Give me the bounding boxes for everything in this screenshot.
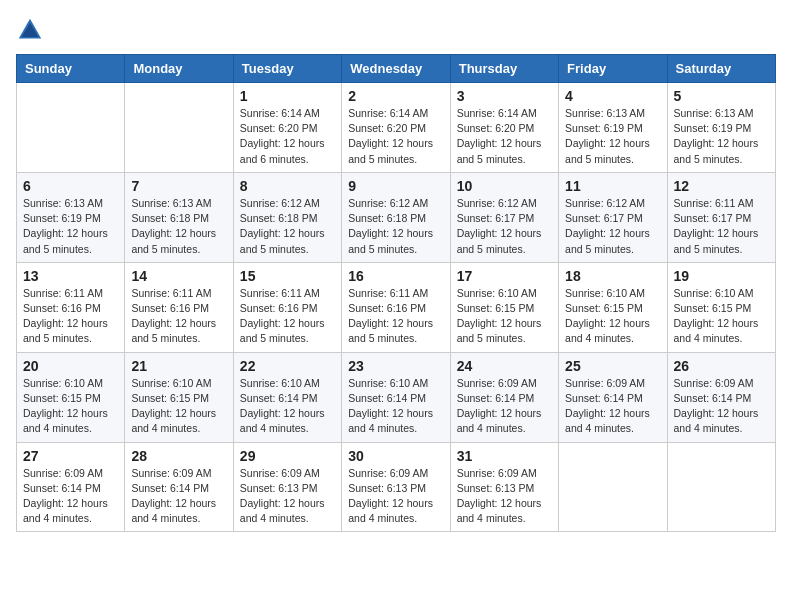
day-number: 28 — [131, 448, 226, 464]
day-number: 3 — [457, 88, 552, 104]
day-info: Sunrise: 6:10 AM Sunset: 6:15 PM Dayligh… — [23, 376, 118, 437]
day-number: 11 — [565, 178, 660, 194]
calendar-week-3: 13Sunrise: 6:11 AM Sunset: 6:16 PM Dayli… — [17, 262, 776, 352]
day-info: Sunrise: 6:10 AM Sunset: 6:14 PM Dayligh… — [348, 376, 443, 437]
calendar-cell: 30Sunrise: 6:09 AM Sunset: 6:13 PM Dayli… — [342, 442, 450, 532]
day-number: 29 — [240, 448, 335, 464]
day-number: 21 — [131, 358, 226, 374]
day-info: Sunrise: 6:11 AM Sunset: 6:16 PM Dayligh… — [348, 286, 443, 347]
calendar-cell: 24Sunrise: 6:09 AM Sunset: 6:14 PM Dayli… — [450, 352, 558, 442]
day-info: Sunrise: 6:10 AM Sunset: 6:15 PM Dayligh… — [131, 376, 226, 437]
calendar-cell: 25Sunrise: 6:09 AM Sunset: 6:14 PM Dayli… — [559, 352, 667, 442]
calendar-cell: 26Sunrise: 6:09 AM Sunset: 6:14 PM Dayli… — [667, 352, 775, 442]
calendar-week-2: 6Sunrise: 6:13 AM Sunset: 6:19 PM Daylig… — [17, 172, 776, 262]
day-number: 4 — [565, 88, 660, 104]
calendar-header-friday: Friday — [559, 55, 667, 83]
day-number: 31 — [457, 448, 552, 464]
day-info: Sunrise: 6:14 AM Sunset: 6:20 PM Dayligh… — [457, 106, 552, 167]
day-info: Sunrise: 6:10 AM Sunset: 6:15 PM Dayligh… — [674, 286, 769, 347]
day-number: 18 — [565, 268, 660, 284]
calendar-cell: 17Sunrise: 6:10 AM Sunset: 6:15 PM Dayli… — [450, 262, 558, 352]
day-number: 12 — [674, 178, 769, 194]
day-info: Sunrise: 6:09 AM Sunset: 6:14 PM Dayligh… — [457, 376, 552, 437]
day-number: 27 — [23, 448, 118, 464]
calendar-cell: 21Sunrise: 6:10 AM Sunset: 6:15 PM Dayli… — [125, 352, 233, 442]
calendar-cell: 8Sunrise: 6:12 AM Sunset: 6:18 PM Daylig… — [233, 172, 341, 262]
calendar-cell: 15Sunrise: 6:11 AM Sunset: 6:16 PM Dayli… — [233, 262, 341, 352]
day-number: 25 — [565, 358, 660, 374]
calendar-cell: 20Sunrise: 6:10 AM Sunset: 6:15 PM Dayli… — [17, 352, 125, 442]
calendar-cell: 6Sunrise: 6:13 AM Sunset: 6:19 PM Daylig… — [17, 172, 125, 262]
calendar-header-sunday: Sunday — [17, 55, 125, 83]
day-info: Sunrise: 6:12 AM Sunset: 6:18 PM Dayligh… — [240, 196, 335, 257]
calendar-header-wednesday: Wednesday — [342, 55, 450, 83]
day-number: 23 — [348, 358, 443, 374]
calendar-cell: 1Sunrise: 6:14 AM Sunset: 6:20 PM Daylig… — [233, 83, 341, 173]
day-info: Sunrise: 6:11 AM Sunset: 6:17 PM Dayligh… — [674, 196, 769, 257]
day-number: 16 — [348, 268, 443, 284]
day-number: 2 — [348, 88, 443, 104]
calendar-cell: 13Sunrise: 6:11 AM Sunset: 6:16 PM Dayli… — [17, 262, 125, 352]
day-number: 13 — [23, 268, 118, 284]
calendar-cell: 3Sunrise: 6:14 AM Sunset: 6:20 PM Daylig… — [450, 83, 558, 173]
day-info: Sunrise: 6:13 AM Sunset: 6:18 PM Dayligh… — [131, 196, 226, 257]
day-info: Sunrise: 6:09 AM Sunset: 6:14 PM Dayligh… — [674, 376, 769, 437]
day-info: Sunrise: 6:14 AM Sunset: 6:20 PM Dayligh… — [240, 106, 335, 167]
calendar-cell — [667, 442, 775, 532]
calendar-cell: 5Sunrise: 6:13 AM Sunset: 6:19 PM Daylig… — [667, 83, 775, 173]
calendar-week-5: 27Sunrise: 6:09 AM Sunset: 6:14 PM Dayli… — [17, 442, 776, 532]
day-info: Sunrise: 6:14 AM Sunset: 6:20 PM Dayligh… — [348, 106, 443, 167]
day-number: 9 — [348, 178, 443, 194]
day-info: Sunrise: 6:11 AM Sunset: 6:16 PM Dayligh… — [23, 286, 118, 347]
calendar-cell — [559, 442, 667, 532]
calendar: SundayMondayTuesdayWednesdayThursdayFrid… — [16, 54, 776, 532]
calendar-header-thursday: Thursday — [450, 55, 558, 83]
calendar-cell: 2Sunrise: 6:14 AM Sunset: 6:20 PM Daylig… — [342, 83, 450, 173]
calendar-cell: 14Sunrise: 6:11 AM Sunset: 6:16 PM Dayli… — [125, 262, 233, 352]
calendar-cell: 4Sunrise: 6:13 AM Sunset: 6:19 PM Daylig… — [559, 83, 667, 173]
day-number: 8 — [240, 178, 335, 194]
calendar-cell — [125, 83, 233, 173]
day-info: Sunrise: 6:13 AM Sunset: 6:19 PM Dayligh… — [565, 106, 660, 167]
day-number: 22 — [240, 358, 335, 374]
day-info: Sunrise: 6:09 AM Sunset: 6:14 PM Dayligh… — [131, 466, 226, 527]
day-number: 17 — [457, 268, 552, 284]
day-info: Sunrise: 6:12 AM Sunset: 6:17 PM Dayligh… — [457, 196, 552, 257]
day-info: Sunrise: 6:13 AM Sunset: 6:19 PM Dayligh… — [674, 106, 769, 167]
calendar-cell: 27Sunrise: 6:09 AM Sunset: 6:14 PM Dayli… — [17, 442, 125, 532]
day-number: 19 — [674, 268, 769, 284]
calendar-cell: 22Sunrise: 6:10 AM Sunset: 6:14 PM Dayli… — [233, 352, 341, 442]
calendar-cell: 9Sunrise: 6:12 AM Sunset: 6:18 PM Daylig… — [342, 172, 450, 262]
calendar-cell: 10Sunrise: 6:12 AM Sunset: 6:17 PM Dayli… — [450, 172, 558, 262]
logo — [16, 16, 48, 44]
day-info: Sunrise: 6:09 AM Sunset: 6:13 PM Dayligh… — [457, 466, 552, 527]
calendar-cell: 31Sunrise: 6:09 AM Sunset: 6:13 PM Dayli… — [450, 442, 558, 532]
day-info: Sunrise: 6:11 AM Sunset: 6:16 PM Dayligh… — [131, 286, 226, 347]
day-info: Sunrise: 6:09 AM Sunset: 6:13 PM Dayligh… — [348, 466, 443, 527]
calendar-cell: 23Sunrise: 6:10 AM Sunset: 6:14 PM Dayli… — [342, 352, 450, 442]
calendar-header-saturday: Saturday — [667, 55, 775, 83]
calendar-cell: 19Sunrise: 6:10 AM Sunset: 6:15 PM Dayli… — [667, 262, 775, 352]
day-info: Sunrise: 6:10 AM Sunset: 6:14 PM Dayligh… — [240, 376, 335, 437]
day-info: Sunrise: 6:12 AM Sunset: 6:18 PM Dayligh… — [348, 196, 443, 257]
day-info: Sunrise: 6:09 AM Sunset: 6:14 PM Dayligh… — [23, 466, 118, 527]
day-info: Sunrise: 6:10 AM Sunset: 6:15 PM Dayligh… — [565, 286, 660, 347]
logo-icon — [16, 16, 44, 44]
day-info: Sunrise: 6:13 AM Sunset: 6:19 PM Dayligh… — [23, 196, 118, 257]
calendar-body: 1Sunrise: 6:14 AM Sunset: 6:20 PM Daylig… — [17, 83, 776, 532]
day-number: 26 — [674, 358, 769, 374]
calendar-cell: 11Sunrise: 6:12 AM Sunset: 6:17 PM Dayli… — [559, 172, 667, 262]
day-info: Sunrise: 6:11 AM Sunset: 6:16 PM Dayligh… — [240, 286, 335, 347]
day-number: 5 — [674, 88, 769, 104]
calendar-cell: 16Sunrise: 6:11 AM Sunset: 6:16 PM Dayli… — [342, 262, 450, 352]
day-number: 15 — [240, 268, 335, 284]
day-number: 30 — [348, 448, 443, 464]
day-number: 24 — [457, 358, 552, 374]
day-number: 20 — [23, 358, 118, 374]
day-number: 7 — [131, 178, 226, 194]
day-number: 10 — [457, 178, 552, 194]
calendar-header-row: SundayMondayTuesdayWednesdayThursdayFrid… — [17, 55, 776, 83]
calendar-cell: 29Sunrise: 6:09 AM Sunset: 6:13 PM Dayli… — [233, 442, 341, 532]
calendar-header-monday: Monday — [125, 55, 233, 83]
calendar-week-1: 1Sunrise: 6:14 AM Sunset: 6:20 PM Daylig… — [17, 83, 776, 173]
